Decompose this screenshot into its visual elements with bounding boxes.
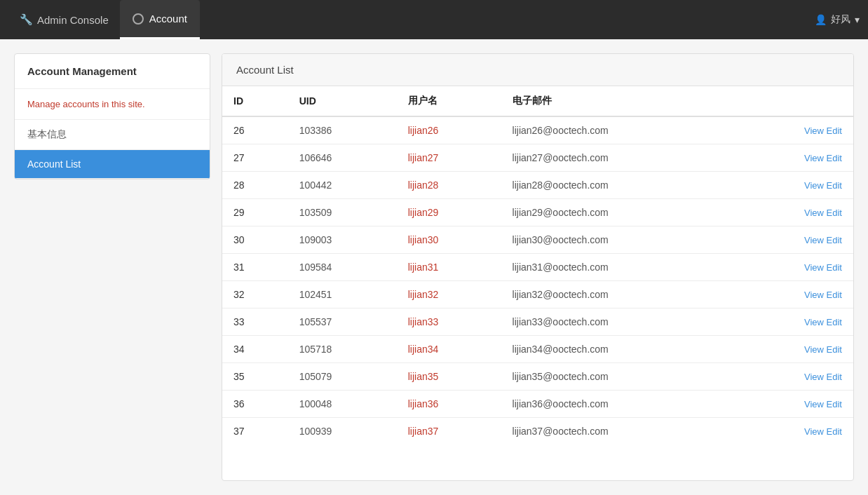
- table-body: 26103386lijian26lijian26@ooctech.comView…: [222, 116, 853, 445]
- view-edit-link[interactable]: View Edit: [804, 208, 842, 218]
- user-icon: 👤: [815, 14, 827, 25]
- cell-uid: 103386: [288, 116, 397, 144]
- cell-username: lijian26: [397, 116, 501, 144]
- cell-uid: 102451: [288, 281, 397, 308]
- sidebar-header: Account Management: [15, 54, 210, 89]
- view-edit-link[interactable]: View Edit: [804, 262, 842, 273]
- cell-email: lijian36@ooctech.com: [501, 391, 735, 418]
- cell-id: 26: [222, 116, 288, 144]
- col-id: ID: [222, 86, 288, 116]
- wrench-icon: 🔧: [20, 13, 33, 26]
- cell-action: View Edit: [735, 199, 853, 226]
- sidebar-title: Account Management: [27, 65, 137, 77]
- view-edit-link[interactable]: View Edit: [804, 235, 842, 245]
- view-edit-link[interactable]: View Edit: [804, 290, 842, 300]
- table-row: 37100939lijian37lijian37@ooctech.comView…: [222, 418, 853, 445]
- topnav-left: 🔧 Admin Console Account: [8, 0, 200, 39]
- admin-console-label: Admin Console: [37, 14, 109, 26]
- view-edit-link[interactable]: View Edit: [804, 153, 842, 163]
- sidebar-item-account-list[interactable]: Account List: [15, 150, 210, 179]
- cell-action: View Edit: [735, 336, 853, 363]
- cell-uid: 105537: [288, 308, 397, 336]
- col-username: 用户名: [397, 86, 501, 116]
- cell-action: View Edit: [735, 391, 853, 418]
- cell-username: lijian36: [397, 391, 501, 418]
- view-edit-link[interactable]: View Edit: [804, 180, 842, 191]
- cell-id: 27: [222, 144, 288, 172]
- cell-id: 33: [222, 308, 288, 336]
- account-table: ID UID 用户名 电子邮件 26103386lijian26lijian26…: [222, 86, 853, 445]
- account-nav[interactable]: Account: [120, 0, 200, 39]
- view-edit-link[interactable]: View Edit: [804, 344, 842, 355]
- cell-uid: 100442: [288, 172, 397, 199]
- cell-uid: 105718: [288, 336, 397, 363]
- table-header: ID UID 用户名 电子邮件: [222, 86, 853, 116]
- cell-action: View Edit: [735, 281, 853, 308]
- table-row: 32102451lijian32lijian32@ooctech.comView…: [222, 281, 853, 308]
- content-header: Account List: [222, 54, 853, 86]
- table-row: 30109003lijian30lijian30@ooctech.comView…: [222, 226, 853, 254]
- sidebar-card: Account Management Manage accounts in th…: [14, 53, 210, 179]
- cell-username: lijian35: [397, 363, 501, 391]
- cell-username: lijian30: [397, 226, 501, 254]
- cell-email: lijian33@ooctech.com: [501, 308, 735, 336]
- admin-console-nav[interactable]: 🔧 Admin Console: [8, 0, 120, 39]
- view-edit-link[interactable]: View Edit: [804, 399, 842, 409]
- cell-email: lijian29@ooctech.com: [501, 199, 735, 226]
- view-edit-link[interactable]: View Edit: [804, 372, 842, 382]
- account-circle-icon: [133, 13, 144, 25]
- cell-id: 29: [222, 199, 288, 226]
- content-area: Account List ID UID 用户名 电子邮件 26103386lij…: [222, 53, 854, 481]
- cell-uid: 109003: [288, 226, 397, 254]
- sidebar-description: Manage accounts in this site.: [15, 89, 210, 120]
- user-menu[interactable]: 👤 好风 ▾: [815, 13, 860, 26]
- view-edit-link[interactable]: View Edit: [804, 426, 842, 437]
- table-row: 28100442lijian28lijian28@ooctech.comView…: [222, 172, 853, 199]
- cell-uid: 100048: [288, 391, 397, 418]
- cell-username: lijian32: [397, 281, 501, 308]
- table-row: 35105079lijian35lijian35@ooctech.comView…: [222, 363, 853, 391]
- table-row: 26103386lijian26lijian26@ooctech.comView…: [222, 116, 853, 144]
- cell-email: lijian26@ooctech.com: [501, 116, 735, 144]
- cell-email: lijian27@ooctech.com: [501, 144, 735, 172]
- sidebar-item-basic-info[interactable]: 基本信息: [15, 120, 210, 150]
- cell-email: lijian34@ooctech.com: [501, 336, 735, 363]
- topnav: 🔧 Admin Console Account 👤 好风 ▾: [0, 0, 868, 39]
- cell-uid: 106646: [288, 144, 397, 172]
- table-row: 36100048lijian36lijian36@ooctech.comView…: [222, 391, 853, 418]
- cell-id: 35: [222, 363, 288, 391]
- col-email: 电子邮件: [501, 86, 735, 116]
- cell-email: lijian37@ooctech.com: [501, 418, 735, 445]
- cell-uid: 105079: [288, 363, 397, 391]
- cell-action: View Edit: [735, 418, 853, 445]
- cell-username: lijian29: [397, 199, 501, 226]
- cell-action: View Edit: [735, 226, 853, 254]
- cell-uid: 109584: [288, 254, 397, 281]
- cell-action: View Edit: [735, 254, 853, 281]
- main-wrapper: Account Management Manage accounts in th…: [0, 39, 868, 495]
- table-row: 27106646lijian27lijian27@ooctech.comView…: [222, 144, 853, 172]
- table-row: 34105718lijian34lijian34@ooctech.comView…: [222, 336, 853, 363]
- cell-id: 32: [222, 281, 288, 308]
- table-row: 31109584lijian31lijian31@ooctech.comView…: [222, 254, 853, 281]
- cell-action: View Edit: [735, 116, 853, 144]
- cell-id: 30: [222, 226, 288, 254]
- cell-id: 37: [222, 418, 288, 445]
- sidebar: Account Management Manage accounts in th…: [14, 53, 210, 481]
- col-action: [735, 86, 853, 116]
- table-row: 29103509lijian29lijian29@ooctech.comView…: [222, 199, 853, 226]
- cell-email: lijian35@ooctech.com: [501, 363, 735, 391]
- cell-uid: 103509: [288, 199, 397, 226]
- view-edit-link[interactable]: View Edit: [804, 317, 842, 327]
- account-label: Account: [149, 13, 187, 25]
- col-uid: UID: [288, 86, 397, 116]
- caret-down-icon: ▾: [855, 14, 860, 25]
- cell-email: lijian32@ooctech.com: [501, 281, 735, 308]
- view-edit-link[interactable]: View Edit: [804, 126, 842, 136]
- table-row: 33105537lijian33lijian33@ooctech.comView…: [222, 308, 853, 336]
- cell-username: lijian34: [397, 336, 501, 363]
- cell-action: View Edit: [735, 144, 853, 172]
- cell-email: lijian30@ooctech.com: [501, 226, 735, 254]
- cell-username: lijian28: [397, 172, 501, 199]
- cell-username: lijian31: [397, 254, 501, 281]
